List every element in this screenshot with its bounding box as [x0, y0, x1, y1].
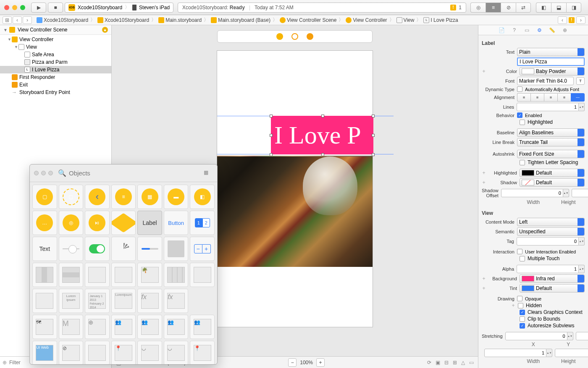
opaque-checkbox[interactable] — [517, 296, 522, 301]
outline-item-first-responder[interactable]: First Responder — [0, 73, 111, 81]
run-button[interactable]: ▶ — [31, 3, 46, 13]
library-item-pageview[interactable] — [164, 237, 189, 261]
tighten-checkbox[interactable] — [520, 160, 525, 165]
text-value-input[interactable]: I Love Pizza — [517, 57, 585, 66]
breadcrumb-item[interactable]: Main.storyboard (Base) — [210, 17, 272, 23]
library-item-tableview[interactable] — [85, 263, 110, 287]
zoom-level[interactable]: 100% — [300, 360, 313, 365]
stretch-h-stepper[interactable]: ▲▼ — [555, 349, 588, 357]
align-right-button[interactable]: ≡ — [544, 93, 557, 102]
close-window-icon[interactable] — [4, 5, 9, 10]
breadcrumb-item[interactable]: Main.storyboard — [157, 17, 203, 23]
related-items-button[interactable]: ⊞ — [3, 16, 12, 24]
add-variation-icon[interactable]: + — [511, 303, 515, 308]
align-natural-button[interactable]: --- — [571, 93, 585, 102]
library-item-segmented[interactable]: 12 — [190, 211, 215, 235]
library-item-picker[interactable]: Loremipsum — [111, 289, 136, 313]
library-item-arview[interactable]: 👥 — [164, 315, 189, 339]
outline-scene-header[interactable]: ▼ View Controller Scene ● — [0, 25, 111, 35]
library-item-activity[interactable] — [111, 237, 136, 261]
add-variation-icon[interactable]: + — [482, 170, 486, 176]
library-item-imageview[interactable]: 🌴 — [137, 263, 162, 287]
library-item-mapview[interactable]: 🗺 — [32, 315, 57, 339]
toggle-right-panel-button[interactable]: ◨ — [566, 3, 581, 13]
highlighted-color-select[interactable]: Default▲▼ — [520, 169, 585, 177]
size-inspector-tab[interactable]: 📏 — [549, 27, 556, 34]
shadow-width-stepper[interactable]: ▲▼ — [501, 189, 569, 197]
add-variation-icon[interactable]: + — [482, 276, 486, 282]
outline-item-viewcontroller[interactable]: ▼View Controller — [0, 36, 111, 43]
shadow-color-select[interactable]: Default▲▼ — [520, 178, 585, 187]
library-grid-toggle[interactable]: ▦ — [204, 170, 213, 177]
library-item-visualeffect[interactable]: fx — [137, 289, 162, 313]
breadcrumb-item[interactable]: View Controller Scene — [278, 17, 338, 23]
library-item-button[interactable]: Button — [164, 211, 189, 235]
multitouch-checkbox[interactable] — [520, 256, 525, 261]
library-item-label[interactable]: Label — [137, 211, 162, 235]
align-icon[interactable]: ⊟ — [444, 360, 449, 365]
scheme-selector[interactable]: iOS Xcode10Storyboard 〉 Steven's iPad — [65, 3, 173, 13]
nav-forward-button[interactable]: › — [23, 16, 32, 24]
library-item-container[interactable]: 📍 — [111, 341, 136, 364]
identity-inspector-tab[interactable]: ▭ — [524, 27, 530, 34]
tint-select[interactable]: Default▲▼ — [520, 284, 585, 292]
autoresize-checkbox[interactable]: ✓ — [520, 323, 525, 329]
clip-bounds-checkbox[interactable] — [520, 316, 525, 322]
first-responder-dock-icon[interactable] — [291, 33, 298, 40]
linebreak-select[interactable]: Truncate Tail▲▼ — [517, 138, 585, 146]
library-item-object[interactable] — [111, 211, 136, 235]
update-frames-icon[interactable]: ⟳ — [427, 360, 431, 365]
embed-stack-icon[interactable]: ▭ — [469, 360, 474, 365]
add-scene-button[interactable]: ● — [102, 27, 108, 33]
stop-button[interactable]: ■ — [48, 3, 63, 13]
library-item-pagevc[interactable]: … — [32, 211, 57, 235]
canvas-image[interactable] — [217, 156, 373, 267]
assistant-editor-button[interactable]: ≡ — [486, 3, 501, 13]
add-variation-icon[interactable]: + — [482, 285, 486, 291]
library-item-placeholder[interactable]: ▢ — [59, 185, 84, 209]
attributes-inspector-tab[interactable]: ⚙︎ — [536, 27, 543, 34]
semantic-select[interactable]: Unspecified▲▼ — [517, 227, 585, 236]
zoom-in-button[interactable]: + — [316, 358, 325, 367]
library-search-input[interactable] — [69, 168, 201, 178]
enabled-checkbox[interactable]: ✓ — [517, 112, 522, 118]
object-library-panel[interactable]: 🔍 ▦ ▢ ▢ ‹ ≡ ▦ ▬ ◧ … ◎ ⏯ Label Button 12 … — [29, 164, 218, 365]
version-editor-button[interactable]: ⊘ — [501, 3, 516, 13]
align-justify-button[interactable]: ≡ — [557, 93, 571, 102]
minimize-window-icon[interactable] — [12, 5, 17, 10]
library-item-view[interactable] — [85, 341, 110, 364]
text-type-select[interactable]: Plain▲▼ — [517, 48, 585, 56]
zoom-window-icon[interactable] — [20, 5, 25, 10]
scene-dock[interactable] — [217, 30, 373, 43]
library-item-tabbarcontroller[interactable]: ▬ — [164, 185, 189, 209]
warning-icon[interactable] — [450, 5, 456, 10]
library-item-visualeffect2[interactable]: fx — [164, 289, 189, 313]
alpha-stepper[interactable]: ▲▼ — [517, 265, 585, 273]
outline-item-entry[interactable]: →Storyboard Entry Point — [0, 89, 111, 96]
breadcrumb-item[interactable]: Xcode10Storyboard — [35, 17, 89, 23]
library-item-tableviewcontroller[interactable]: ≡ — [111, 185, 136, 209]
hidden-checkbox[interactable] — [518, 303, 523, 308]
library-item-switch[interactable] — [85, 237, 110, 261]
outline-item-label[interactable]: LI Love Pizza — [0, 66, 111, 73]
library-item-collection[interactable] — [164, 263, 189, 287]
background-select[interactable]: Infra red▲▼ — [520, 274, 585, 283]
resolve-issues-icon[interactable]: △ — [461, 360, 465, 365]
align-left-button[interactable]: ≡ — [517, 93, 530, 102]
library-item-collectionvc[interactable]: ▦ — [137, 185, 162, 209]
clears-graphics-checkbox[interactable]: ✓ — [520, 310, 525, 315]
autoshrink-select[interactable]: Fixed Font Size▲▼ — [517, 150, 585, 158]
library-item-collectioncell[interactable] — [190, 263, 215, 287]
content-mode-select[interactable]: Left▲▼ — [517, 218, 585, 226]
library-item-hstack[interactable] — [32, 263, 57, 287]
lines-stepper[interactable]: ▲▼ — [517, 103, 585, 111]
library-item-vstack[interactable] — [59, 263, 84, 287]
toggle-editor-button[interactable]: ⇄ — [516, 3, 531, 13]
stretch-w-stepper[interactable]: ▲▼ — [484, 349, 552, 357]
library-item-progress[interactable] — [137, 237, 162, 261]
library-item-arview2[interactable]: 👥 — [190, 315, 215, 339]
viewcontroller-dock-icon[interactable] — [276, 33, 283, 40]
text-color-select[interactable]: Baby Powder▲▼ — [520, 67, 585, 76]
warning-icon[interactable] — [569, 17, 575, 23]
library-item-textview[interactable] — [32, 289, 57, 313]
